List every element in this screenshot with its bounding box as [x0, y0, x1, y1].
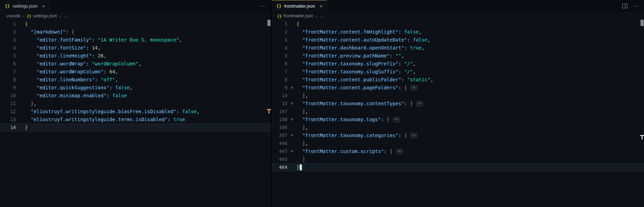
line-number[interactable]: 9	[0, 84, 16, 92]
fold-chevron-icon[interactable]: >	[287, 100, 296, 108]
folded-code-badge[interactable]: ⋯	[393, 117, 400, 122]
line-number[interactable]: 8	[272, 76, 287, 84]
line-number[interactable]: 14	[272, 92, 287, 100]
code-line[interactable]: 463 ]	[272, 155, 644, 163]
code-line[interactable]: 9 "editor.quickSuggestions": false,	[0, 84, 271, 92]
code-line[interactable]: 12 "eliostruyf.writingstyleguide.biasFre…	[0, 108, 271, 116]
line-number[interactable]: 6	[0, 60, 16, 68]
fold-chevron-icon[interactable]: >	[287, 132, 296, 140]
code-line[interactable]: 446 ],	[272, 140, 644, 147]
json-file-icon: {}	[276, 4, 281, 9]
line-number[interactable]: 108	[272, 116, 287, 124]
line-number[interactable]: 5	[0, 52, 16, 60]
scrollbar-thumb[interactable]	[267, 20, 271, 26]
code-line[interactable]: 108> "frontMatter.taxonomy.tags": [⋯	[272, 116, 644, 124]
line-number[interactable]: 446	[272, 140, 287, 147]
line-number[interactable]: 463	[272, 155, 287, 163]
line-number[interactable]: 11	[0, 100, 16, 108]
folded-code-badge[interactable]: ⋯	[396, 149, 402, 154]
breadcrumb-item[interactable]: .vscode	[6, 14, 20, 18]
code-line[interactable]: 4 "frontMatter.dashboard.openOnStart": t…	[272, 44, 644, 52]
breadcrumb: {}frontmatter.json›…	[272, 12, 644, 20]
code-line[interactable]: 5 "editor.lineHeight": 26,	[0, 52, 271, 60]
line-number[interactable]: 7	[0, 68, 16, 76]
line-number[interactable]: 14	[0, 124, 16, 132]
line-number[interactable]: 8	[0, 76, 16, 84]
code-line[interactable]: 8 "editor.lineNumbers": "off",	[0, 76, 271, 84]
tab-frontmatter-json[interactable]: {} frontmatter.json ×	[272, 0, 327, 12]
code-token: :	[398, 61, 404, 66]
tab-settings-json[interactable]: {} settings.json ×	[0, 0, 49, 12]
code-line[interactable]: 7 "frontMatter.taxonomy.slugSuffix": "/"…	[272, 68, 644, 76]
code-token: ,	[34, 101, 36, 106]
code-line[interactable]: 447> "frontMatter.custom.scripts": [⋯	[272, 147, 644, 155]
code-editor-frontmatter[interactable]: 1{2 "frontMatter.content.fmHighlight": f…	[272, 20, 644, 171]
line-number[interactable]: 12	[0, 108, 16, 116]
close-tab-icon[interactable]: ×	[42, 3, 45, 9]
breadcrumb-item[interactable]: {}settings.json	[27, 14, 57, 18]
code-line[interactable]: 4 "editor.fontSize": 14,	[0, 44, 271, 52]
breadcrumb-item[interactable]: …	[320, 14, 324, 18]
line-number[interactable]: 5	[272, 52, 287, 60]
fold-chevron-icon[interactable]: >	[287, 116, 296, 124]
code-line[interactable]: 5 "frontMatter.preview.pathName": "",	[272, 52, 644, 60]
line-number[interactable]: 10	[0, 92, 16, 100]
line-number[interactable]: 13	[0, 116, 16, 124]
code-line[interactable]: 1{	[0, 20, 271, 28]
code-line[interactable]: 107 ],	[272, 108, 644, 116]
code-line[interactable]: 15> "frontMatter.taxonomy.contentTypes":…	[272, 100, 644, 108]
folded-code-badge[interactable]: ⋯	[410, 85, 417, 90]
code-text: {	[25, 20, 28, 28]
code-line[interactable]: 6 "editor.wordWrap": "wordWrapColumn",	[0, 60, 271, 68]
scrollbar-thumb[interactable]	[641, 20, 644, 26]
folded-code-badge[interactable]: ⋯	[416, 101, 423, 106]
code-text: }	[296, 163, 299, 171]
breadcrumb-item[interactable]: {}frontmatter.json	[277, 14, 313, 18]
close-tab-icon[interactable]: ×	[320, 3, 323, 9]
code-line[interactable]: 396 ],	[272, 124, 644, 132]
code-line[interactable]: 10 "editor.minimap.enabled": false	[0, 92, 271, 100]
line-number[interactable]: 464	[272, 163, 287, 171]
code-line[interactable]: 7 "editor.wordWrapColumn": 64,	[0, 68, 271, 76]
line-number[interactable]: 107	[272, 108, 287, 116]
code-line[interactable]: 464}	[272, 163, 644, 171]
code-line[interactable]: 11 },	[0, 100, 271, 108]
line-number[interactable]: 397	[272, 132, 287, 140]
code-line[interactable]: 1{	[272, 20, 644, 28]
fold-chevron-icon[interactable]: >	[287, 84, 296, 92]
folded-code-badge[interactable]: ⋯	[410, 133, 417, 138]
code-line[interactable]: 397> "frontMatter.taxonomy.categories": …	[272, 132, 644, 140]
code-line[interactable]: 13 "eliostruyf.writingstyleguide.terms.i…	[0, 116, 271, 124]
code-line[interactable]: 14 ],	[272, 92, 644, 100]
line-number[interactable]: 447	[272, 147, 287, 155]
line-number[interactable]: 4	[0, 44, 16, 52]
line-number[interactable]: 2	[272, 28, 287, 36]
code-line[interactable]: 2 "frontMatter.content.fmHighlight": fal…	[272, 28, 644, 36]
line-number[interactable]: 4	[272, 44, 287, 52]
line-number[interactable]: 1	[272, 20, 287, 28]
line-number[interactable]: 15	[272, 100, 287, 108]
code-token	[25, 117, 31, 122]
more-actions-icon[interactable]: ⋯	[260, 3, 265, 9]
line-number[interactable]: 7	[272, 68, 287, 76]
code-line[interactable]: 6 "frontMatter.taxonomy.slugPrefix": "/"…	[272, 60, 644, 68]
tab-label: settings.json	[12, 3, 37, 9]
code-editor-settings[interactable]: 1{2 "[markdown]": {3 "editor.fontFamily"…	[0, 20, 271, 132]
line-number[interactable]: 6	[272, 60, 287, 68]
code-line[interactable]: 3 "editor.fontFamily": "iA Writer Duo S,…	[0, 36, 271, 44]
code-line[interactable]: 8 "frontMatter.content.publicFolder": "s…	[272, 76, 644, 84]
fold-chevron-icon[interactable]: >	[287, 147, 296, 155]
line-number[interactable]: 2	[0, 28, 16, 36]
line-number[interactable]: 3	[272, 36, 287, 44]
code-line[interactable]: 9> "frontMatter.content.pageFolders": [⋯	[272, 84, 644, 92]
line-number[interactable]: 1	[0, 20, 16, 28]
code-line[interactable]: 14}	[0, 124, 271, 132]
split-editor-icon[interactable]	[622, 4, 627, 8]
line-number[interactable]: 396	[272, 124, 287, 132]
code-line[interactable]: 2 "[markdown]": {	[0, 28, 271, 36]
more-actions-icon[interactable]: ⋯	[633, 3, 638, 9]
breadcrumb-item[interactable]: …	[64, 14, 68, 18]
code-line[interactable]: 3 "frontMatter.content.autoUpdateDate": …	[272, 36, 644, 44]
line-number[interactable]: 9	[272, 84, 287, 92]
line-number[interactable]: 3	[0, 36, 16, 44]
